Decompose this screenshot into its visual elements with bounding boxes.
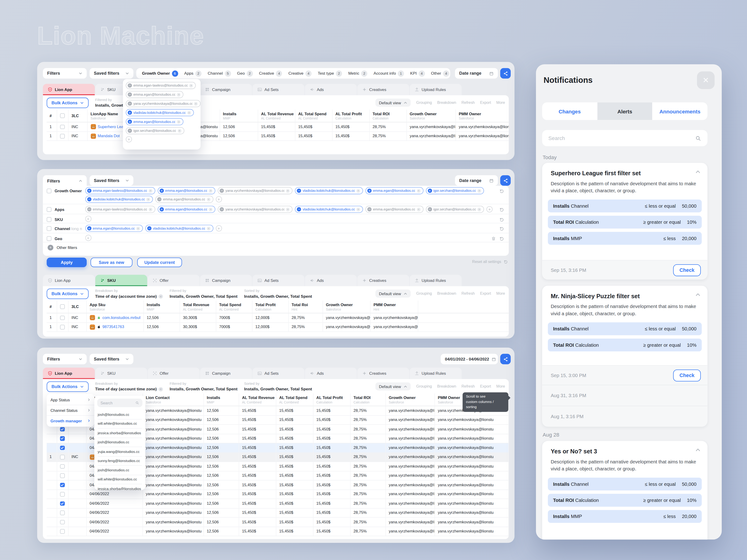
- tab-upload-rules[interactable]: Upload Rules: [410, 84, 462, 95]
- tab-offer[interactable]: Offer: [148, 275, 200, 286]
- toolbar-link[interactable]: Refresh: [462, 291, 475, 296]
- growth-manager-option[interactable]: will.white@lionstudios.cc: [98, 475, 142, 484]
- email-chip[interactable]: −igor.serzhan@lionstudios.cc×: [126, 127, 184, 134]
- select-all-checkbox[interactable]: [60, 304, 65, 309]
- row-checkbox[interactable]: [60, 474, 65, 478]
- filter-chip[interactable]: Geo2: [237, 70, 253, 77]
- remove-icon[interactable]: ×: [136, 226, 140, 230]
- remove-icon[interactable]: ×: [417, 208, 420, 211]
- tab-lion-app[interactable]: Lion App: [43, 368, 95, 379]
- plus-icon[interactable]: +: [87, 189, 91, 193]
- tab-alerts[interactable]: Alerts: [597, 102, 652, 120]
- remove-icon[interactable]: ×: [357, 189, 360, 192]
- email-chip[interactable]: −emma.egan@lionstudios.cc×: [155, 196, 213, 203]
- growth-manager-option[interactable]: will.white@lionstudios.cc: [98, 419, 142, 429]
- row-checkbox[interactable]: [60, 492, 65, 496]
- minus-icon[interactable]: −: [147, 226, 151, 230]
- remove-icon[interactable]: ×: [207, 226, 210, 230]
- remove-icon[interactable]: ×: [149, 189, 152, 192]
- add-chip-button[interactable]: +: [126, 136, 132, 142]
- remove-icon[interactable]: ×: [177, 120, 181, 124]
- search-input[interactable]: Search: [542, 130, 707, 146]
- share-button[interactable]: [500, 354, 511, 364]
- email-chip[interactable]: −vladislav.kobitchuk@lionstudios.cc×: [145, 225, 213, 232]
- growth-manager-option[interactable]: josh@lionstudios.cc: [98, 410, 142, 419]
- toolbar-link[interactable]: More: [496, 291, 505, 296]
- default-view-dropdown[interactable]: Default view: [376, 99, 411, 107]
- email-chip[interactable]: −vladislav.kobitchuk@lionstudios.cc×: [85, 196, 153, 203]
- remove-icon[interactable]: ×: [177, 129, 181, 133]
- remove-icon[interactable]: ×: [286, 208, 290, 211]
- plus-icon[interactable]: +: [128, 110, 132, 114]
- clear-icon[interactable]: ×: [158, 387, 163, 391]
- filter-chip[interactable]: Account info1: [374, 70, 404, 77]
- row-checkbox[interactable]: [60, 529, 65, 533]
- email-chip[interactable]: +emma.egan@lionstudios.cc×: [158, 187, 215, 194]
- select-all-checkbox[interactable]: [60, 113, 65, 118]
- minus-icon[interactable]: −: [297, 207, 301, 211]
- saved-filters-dropdown[interactable]: Saved filters: [89, 354, 133, 364]
- share-button[interactable]: [500, 175, 511, 186]
- tab-announcements[interactable]: Announcements: [652, 102, 707, 120]
- filter-chip[interactable]: Growth Owner6: [142, 70, 178, 77]
- tab-upload-rules[interactable]: Upload Rules: [410, 368, 462, 379]
- search-input[interactable]: Search: [97, 399, 143, 407]
- reset-icon[interactable]: [499, 236, 504, 241]
- apply-button[interactable]: Apply: [47, 258, 86, 267]
- menu-item-channel-status[interactable]: Channel Status: [47, 405, 94, 416]
- trash-icon[interactable]: [491, 236, 496, 241]
- filter-checkbox[interactable]: [47, 189, 51, 193]
- app-link[interactable]: 9873541763: [102, 325, 124, 329]
- alert-history-row[interactable]: Aug 1, 3:16 PM: [542, 406, 707, 427]
- toolbar-link[interactable]: Breakdown: [437, 384, 456, 389]
- toolbar-link[interactable]: Export: [480, 384, 491, 389]
- bulk-actions-button[interactable]: Bulk Actions: [47, 98, 88, 108]
- collapse-icon[interactable]: [695, 447, 701, 453]
- minus-icon[interactable]: −: [128, 129, 132, 133]
- tab-changes[interactable]: Changes: [542, 102, 597, 120]
- email-chip[interactable]: −emma.egan@lionstudios.cc×: [365, 206, 423, 213]
- email-chip[interactable]: −emma.egan-lawless@lionstudios.cc×: [85, 206, 155, 213]
- remove-icon[interactable]: ×: [146, 197, 150, 201]
- row-checkbox[interactable]: [60, 134, 65, 138]
- toolbar-link[interactable]: Refresh: [462, 101, 475, 105]
- filter-chip[interactable]: KPI4: [410, 70, 425, 77]
- remove-icon[interactable]: ×: [189, 83, 193, 87]
- toolbar-link[interactable]: Grouping: [416, 101, 432, 105]
- minus-icon[interactable]: −: [220, 189, 224, 193]
- email-chip[interactable]: +emma.egan@lionstudios.cc×: [365, 187, 423, 194]
- email-chip[interactable]: +emma.egan-lawless@lionstudios.cc×: [85, 187, 155, 194]
- default-view-dropdown[interactable]: Default view: [376, 290, 411, 298]
- toolbar-link[interactable]: More: [496, 101, 505, 105]
- email-chip[interactable]: −vladislav.kobitchuk@lionstudios.cc×: [295, 187, 363, 194]
- filter-checkbox[interactable]: [47, 236, 51, 241]
- filters-dropdown[interactable]: Filters: [43, 175, 87, 186]
- minus-icon[interactable]: −: [128, 102, 132, 106]
- minus-icon[interactable]: −: [220, 207, 224, 211]
- share-button[interactable]: [500, 68, 511, 79]
- minus-icon[interactable]: −: [367, 207, 371, 211]
- add-chip-button[interactable]: +: [85, 216, 91, 222]
- email-chip[interactable]: +emma.egan@lionstudios.cc×: [126, 118, 184, 125]
- collapse-icon[interactable]: [695, 169, 701, 175]
- remove-icon[interactable]: ×: [478, 189, 481, 192]
- chevron-right-icon[interactable]: [444, 72, 448, 75]
- remove-icon[interactable]: ×: [286, 189, 290, 192]
- tab-lion-app[interactable]: Lion App: [43, 275, 95, 286]
- tab-campaign[interactable]: Campaign: [200, 275, 252, 286]
- app-link[interactable]: Mandala Dot: [98, 134, 120, 138]
- remove-icon[interactable]: ×: [207, 197, 210, 201]
- plus-icon[interactable]: +: [159, 207, 164, 211]
- row-checkbox[interactable]: [60, 510, 65, 515]
- email-chip[interactable]: −yana.vyrzhemkovskaya@lionstudios.cc×: [126, 100, 201, 107]
- tab-sku[interactable]: SKU: [95, 368, 147, 379]
- plus-icon[interactable]: +: [87, 226, 91, 230]
- minus-icon[interactable]: −: [157, 197, 161, 202]
- remove-icon[interactable]: ×: [417, 189, 420, 192]
- minus-icon[interactable]: −: [87, 197, 91, 202]
- add-chip-button[interactable]: +: [487, 206, 493, 213]
- filter-chip[interactable]: Creative4: [259, 70, 282, 77]
- growth-manager-option[interactable]: yujia.wang@lionstudios.cc: [98, 447, 142, 456]
- saved-filters-dropdown[interactable]: Saved filters: [89, 175, 133, 186]
- email-chip[interactable]: −vladislav.kobitchuk@lionstudios.cc×: [295, 206, 363, 213]
